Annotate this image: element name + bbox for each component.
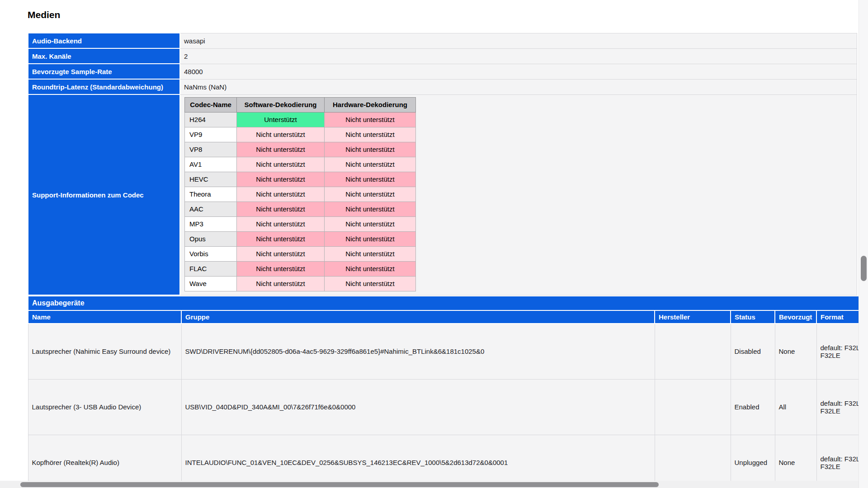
devices-header-row: Name Gruppe Hersteller Status Bevorzugt … (28, 310, 868, 324)
codec-row: AV1Nicht unterstütztNicht unterstützt (185, 157, 416, 172)
codec-name-cell: VP8 (185, 142, 237, 157)
device-vendor-cell (655, 324, 731, 379)
codec-name-cell: AV1 (185, 157, 237, 172)
codec-hardware-status-cell: Nicht unterstützt (325, 142, 416, 157)
device-vendor-cell (655, 379, 731, 435)
codec-software-status-cell: Nicht unterstützt (237, 276, 325, 291)
device-preferred-cell: None (775, 435, 816, 488)
about-support-media-page: Medien Audio-BackendwasapiMax. Kanäle2Be… (0, 0, 868, 488)
codec-name-cell: MP3 (185, 216, 237, 231)
device-name-cell: Kopfhörer (Realtek(R) Audio) (28, 435, 181, 488)
codec-row: VorbisNicht unterstütztNicht unterstützt (185, 246, 416, 261)
codec-support-row: Support-Informationen zum Codec Codec-Na… (28, 94, 857, 295)
media-info-value: 48000 (180, 64, 857, 79)
device-group-cell: USB\VID_040D&PID_340A&MI_00\7&26f71f6e&0… (181, 379, 655, 435)
codec-row: WaveNicht unterstütztNicht unterstützt (185, 276, 416, 291)
codec-hardware-status-cell: Nicht unterstützt (325, 157, 416, 172)
page-content: Medien Audio-BackendwasapiMax. Kanäle2Be… (28, 6, 868, 488)
codec-software-status-cell: Nicht unterstützt (237, 261, 325, 276)
codec-name-cell: VP9 (185, 127, 237, 142)
codec-name-cell: Theora (185, 187, 237, 202)
codec-hardware-status-cell: Nicht unterstützt (325, 127, 416, 142)
device-preferred-cell: All (775, 379, 816, 435)
codec-col-hardware-header: Hardware-Dekodierung (325, 97, 416, 112)
codec-hardware-status-cell: Nicht unterstützt (325, 172, 416, 187)
codec-row: H264UnterstütztNicht unterstützt (185, 112, 416, 127)
codec-row: HEVCNicht unterstütztNicht unterstützt (185, 172, 416, 187)
codec-support-label: Support-Informationen zum Codec (28, 94, 180, 295)
media-info-body: Audio-BackendwasapiMax. Kanäle2Bevorzugt… (28, 33, 857, 94)
codec-software-status-cell: Nicht unterstützt (237, 216, 325, 231)
codec-name-cell: H264 (185, 112, 237, 127)
output-devices-title-row: Ausgabegeräte (28, 296, 868, 310)
devices-col-name: Name (28, 310, 181, 324)
codec-hardware-status-cell: Nicht unterstützt (325, 261, 416, 276)
codec-name-cell: FLAC (185, 261, 237, 276)
codec-row: TheoraNicht unterstütztNicht unterstützt (185, 187, 416, 202)
codec-header-row: Codec-Name Software-Dekodierung Hardware… (185, 97, 416, 112)
vertical-scrollbar[interactable] (859, 0, 868, 488)
media-info-value: NaNms (NaN) (180, 79, 857, 94)
media-info-label: Max. Kanäle (28, 48, 180, 64)
codec-hardware-status-cell: Nicht unterstützt (325, 202, 416, 216)
codec-row: OpusNicht unterstütztNicht unterstützt (185, 231, 416, 246)
codec-table-body: H264UnterstütztNicht unterstütztVP9Nicht… (185, 112, 416, 291)
codec-software-status-cell: Nicht unterstützt (237, 172, 325, 187)
codec-hardware-status-cell: Nicht unterstützt (325, 246, 416, 261)
device-status-cell: Disabled (731, 324, 775, 379)
codec-name-cell: HEVC (185, 172, 237, 187)
horizontal-scrollbar[interactable] (0, 481, 859, 488)
codec-support-cell: Codec-Name Software-Dekodierung Hardware… (180, 94, 857, 295)
codec-row: AACNicht unterstütztNicht unterstützt (185, 202, 416, 216)
codec-row: VP8Nicht unterstütztNicht unterstützt (185, 142, 416, 157)
codec-col-software-header: Software-Dekodierung (237, 97, 325, 112)
media-info-row: Roundtrip-Latenz (Standardabweichung)NaN… (28, 79, 857, 94)
device-preferred-cell: None (775, 324, 816, 379)
media-info-value: wasapi (180, 33, 857, 48)
output-devices-section-title: Ausgabegeräte (28, 296, 868, 310)
codec-hardware-status-cell: Nicht unterstützt (325, 112, 416, 127)
codec-row: MP3Nicht unterstütztNicht unterstützt (185, 216, 416, 231)
codec-software-status-cell: Nicht unterstützt (237, 246, 325, 261)
codec-hardware-status-cell: Nicht unterstützt (325, 231, 416, 246)
device-name-cell: Lautsprecher (3- USB Audio Device) (28, 379, 181, 435)
output-devices-table: Ausgabegeräte Name Gruppe Hersteller Sta… (28, 296, 868, 488)
media-info-label: Audio-Backend (28, 33, 180, 48)
devices-table-body: Lautsprecher (Nahimic Easy Surround devi… (28, 324, 868, 488)
codec-row: FLACNicht unterstütztNicht unterstützt (185, 261, 416, 276)
devices-col-vendor: Hersteller (655, 310, 731, 324)
media-info-label: Roundtrip-Latenz (Standardabweichung) (28, 79, 180, 94)
codec-software-status-cell: Nicht unterstützt (237, 202, 325, 216)
codec-support-table: Codec-Name Software-Dekodierung Hardware… (184, 97, 416, 291)
codec-name-cell: Opus (185, 231, 237, 246)
codec-name-cell: Vorbis (185, 246, 237, 261)
horizontal-scrollbar-thumb[interactable] (20, 482, 659, 487)
media-info-value: 2 (180, 48, 857, 64)
vertical-scrollbar-thumb[interactable] (861, 256, 867, 281)
media-info-row: Max. Kanäle2 (28, 48, 857, 64)
device-row: Kopfhörer (Realtek(R) Audio)INTELAUDIO\F… (28, 435, 868, 488)
codec-row: VP9Nicht unterstütztNicht unterstützt (185, 127, 416, 142)
devices-col-preferred: Bevorzugt (775, 310, 816, 324)
codec-hardware-status-cell: Nicht unterstützt (325, 276, 416, 291)
device-row: Lautsprecher (3- USB Audio Device)USB\VI… (28, 379, 868, 435)
codec-software-status-cell: Nicht unterstützt (237, 127, 325, 142)
codec-col-name-header: Codec-Name (185, 97, 237, 112)
codec-software-status-cell: Nicht unterstützt (237, 231, 325, 246)
device-row: Lautsprecher (Nahimic Easy Surround devi… (28, 324, 868, 379)
codec-hardware-status-cell: Nicht unterstützt (325, 216, 416, 231)
device-group-cell: INTELAUDIO\FUNC_01&VEN_10EC&DEV_0256&SUB… (181, 435, 655, 488)
device-status-cell: Unplugged (731, 435, 775, 488)
media-info-label: Bevorzugte Sample-Rate (28, 64, 180, 79)
media-info-row: Audio-Backendwasapi (28, 33, 857, 48)
codec-software-status-cell: Nicht unterstützt (237, 142, 325, 157)
device-name-cell: Lautsprecher (Nahimic Easy Surround devi… (28, 324, 181, 379)
page-title: Medien (28, 9, 868, 20)
codec-name-cell: Wave (185, 276, 237, 291)
codec-software-status-cell: Unterstützt (237, 112, 325, 127)
media-info-row: Bevorzugte Sample-Rate48000 (28, 64, 857, 79)
codec-name-cell: AAC (185, 202, 237, 216)
codec-hardware-status-cell: Nicht unterstützt (325, 187, 416, 202)
device-vendor-cell (655, 435, 731, 488)
devices-col-status: Status (731, 310, 775, 324)
